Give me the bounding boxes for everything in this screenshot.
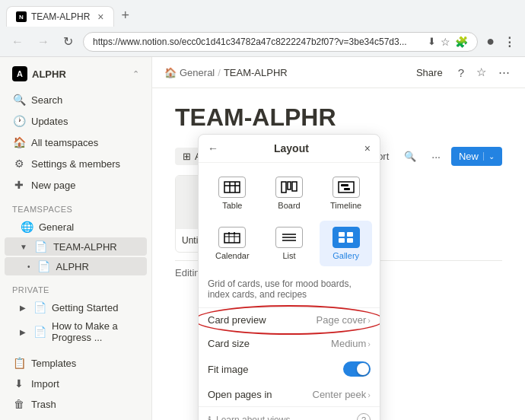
trash-icon: 🗑 <box>12 397 26 411</box>
extension-icon[interactable]: 🧩 <box>455 36 468 48</box>
layout-popup-overlay: ← Layout × <box>198 134 380 420</box>
refresh-button[interactable]: ↻ <box>59 32 77 51</box>
svg-rect-5 <box>288 182 291 189</box>
sidebar-item-team-alphr[interactable]: ▼ 📄 TEAM-ALPHR <box>5 237 147 256</box>
svg-rect-19 <box>339 232 345 237</box>
menu-icon[interactable]: ⋮ <box>501 33 517 51</box>
star-icon[interactable]: ☆ <box>441 36 450 48</box>
active-tab[interactable]: N TEAM-ALPHR × <box>6 6 114 27</box>
sidebar-item-settings[interactable]: ⚙ Settings & members <box>5 154 147 173</box>
workspace-header[interactable]: A ALPHR ⌃ <box>5 60 147 88</box>
app-container: A ALPHR ⌃ 🔍 Search 🕐 Updates 🏠 All teams… <box>0 57 525 420</box>
sidebar-item-import[interactable]: ⬇ Import <box>5 374 147 393</box>
calendar-layout-icon <box>218 227 246 248</box>
svg-rect-6 <box>292 182 297 191</box>
sidebar-item-alphr[interactable]: • 📄 ALPHR <box>5 257 147 275</box>
more-options-icon[interactable]: ⋯ <box>495 63 513 81</box>
download-icon: ⬇ <box>428 36 436 47</box>
layout-option-timeline[interactable]: Timeline <box>320 170 372 216</box>
new-button[interactable]: New ⌄ <box>451 147 502 166</box>
sidebar-item-progress[interactable]: ▶ 📄 How to Make a Progress ... <box>5 318 147 345</box>
svg-rect-10 <box>224 234 240 243</box>
chevron-right-icon: › <box>368 339 371 348</box>
content-area: TEAM-ALPHR ⊞ ALPHR ⌄ Filter Sort 🔍 ··· N… <box>152 88 525 420</box>
sidebar-item-general[interactable]: 🌐 General <box>5 218 147 236</box>
search-button[interactable]: 🔍 <box>399 148 421 164</box>
new-button-chevron-icon: ⌄ <box>483 152 495 161</box>
profile-icon[interactable]: ● <box>484 31 497 52</box>
chevron-right-icon: › <box>368 390 371 399</box>
svg-rect-21 <box>339 238 345 243</box>
top-bar: 🏠 General / TEAM-ALPHR Share ? ☆ ⋯ <box>152 57 525 88</box>
nav-bar: ← → ↻ https://www.notion.so/ecc0c1d41c34… <box>0 27 525 56</box>
history-icon[interactable]: ? <box>455 64 467 81</box>
popup-rows-container: Card preview Page cover › Card size M <box>199 308 380 406</box>
learn-about-views-link[interactable]: Learn about views <box>216 415 352 420</box>
help-button[interactable]: ? <box>357 413 371 420</box>
sidebar-item-getting-started[interactable]: ▶ 📄 Getting Started <box>5 298 147 317</box>
tab-title: TEAM-ALPHR <box>31 11 90 22</box>
popup-row-fit-image[interactable]: Fit image <box>199 355 380 383</box>
sidebar-item-label: Settings & members <box>31 158 139 170</box>
sidebar-item-search[interactable]: 🔍 Search <box>5 90 147 110</box>
star-icon[interactable]: ☆ <box>473 63 489 81</box>
layout-option-table[interactable]: Table <box>206 170 259 216</box>
back-button[interactable]: ← <box>8 33 27 51</box>
share-button[interactable]: Share <box>410 65 449 81</box>
popup-row-open-pages[interactable]: Open pages in Center peek › <box>199 383 380 406</box>
tab-bar: N TEAM-ALPHR × + <box>0 0 525 27</box>
layout-option-board[interactable]: Board <box>263 170 316 216</box>
open-pages-value: Center peek › <box>313 389 371 400</box>
sidebar-item-label: All teamspaces <box>31 137 139 148</box>
private-section-label: Private <box>0 279 151 298</box>
layout-option-label: Gallery <box>332 251 359 260</box>
sidebar-item-trash[interactable]: 🗑 Trash <box>5 394 147 414</box>
general-icon: 🌐 <box>20 220 33 234</box>
card-preview-value: Page cover › <box>317 314 371 326</box>
dot-icon: • <box>27 262 30 271</box>
top-bar-actions: Share ? ☆ ⋯ <box>410 63 513 81</box>
layout-options-grid: Table Board <box>199 163 380 274</box>
popup-title: Layout <box>224 142 358 154</box>
svg-rect-9 <box>344 188 350 190</box>
sidebar-item-label: Updates <box>31 116 139 127</box>
svg-rect-7 <box>339 182 354 192</box>
bottom-items: 📋 Templates ⬇ Import 🗑 Trash <box>0 352 151 415</box>
sidebar-item-label: ALPHR <box>56 261 139 272</box>
layout-option-gallery[interactable]: Gallery <box>320 221 372 266</box>
main-content: 🏠 General / TEAM-ALPHR Share ? ☆ ⋯ TEAM-… <box>152 57 525 420</box>
import-icon: ⬇ <box>12 377 26 390</box>
chevron-down-icon: ▼ <box>20 243 27 251</box>
sidebar-item-teamspaces[interactable]: 🏠 All teamspaces <box>5 132 147 152</box>
card-size-label: Card size <box>208 338 331 349</box>
layout-option-list[interactable]: List <box>263 221 316 266</box>
breadcrumb-general: General <box>180 67 215 78</box>
popup-row-card-size[interactable]: Card size Medium › <box>199 332 380 355</box>
fit-image-toggle[interactable] <box>343 361 371 377</box>
sidebar-item-new-page[interactable]: ✚ New page <box>5 175 147 195</box>
more-options-button[interactable]: ··· <box>427 148 445 165</box>
teamspaces-icon: 🏠 <box>12 135 26 149</box>
popup-row-card-preview[interactable]: Card preview Page cover › <box>199 308 380 332</box>
sidebar-item-updates[interactable]: 🕐 Updates <box>5 111 147 131</box>
popup-back-button[interactable]: ← <box>208 142 218 154</box>
sidebar-item-templates[interactable]: 📋 Templates <box>5 353 147 373</box>
forward-button[interactable]: → <box>33 33 53 51</box>
tab-close-button[interactable]: × <box>97 11 103 22</box>
svg-rect-4 <box>282 182 286 192</box>
card-size-value: Medium › <box>331 338 371 349</box>
layout-option-label: Calendar <box>215 251 250 260</box>
templates-icon: 📋 <box>12 356 26 370</box>
board-layout-icon <box>275 177 303 198</box>
layout-option-label: Timeline <box>330 201 361 210</box>
popup-close-button[interactable]: × <box>364 142 371 154</box>
sidebar-item-label: Import <box>31 378 139 390</box>
layout-option-calendar[interactable]: Calendar <box>206 221 259 266</box>
new-tab-button[interactable]: + <box>116 5 136 27</box>
chevron-right-icon: ▶ <box>20 304 26 312</box>
address-bar[interactable]: https://www.notion.so/ecc0c1d41c34782a47… <box>83 32 478 52</box>
popup-header: ← Layout × <box>199 135 380 163</box>
browser-chrome: N TEAM-ALPHR × + ← → ↻ https://www.notio… <box>0 0 525 57</box>
search-icon: 🔍 <box>12 93 26 107</box>
list-layout-icon <box>275 227 303 248</box>
